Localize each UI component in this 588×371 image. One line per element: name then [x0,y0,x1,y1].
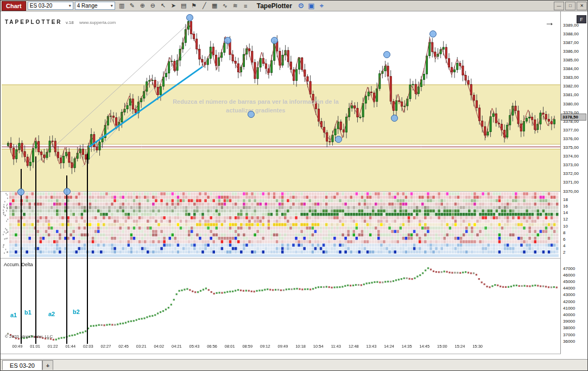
price-axis-label: 3383,00 [563,75,579,80]
swing-marker-circle[interactable] [335,136,342,143]
delta-axis-label: 37000 [563,332,575,337]
close-button[interactable]: ✕ [577,2,587,10]
swing-marker-circle[interactable] [271,37,278,44]
time-axis-label: 01:44 [61,344,80,349]
tape-axis-label: 6 [563,237,565,242]
time-axis-label: 08:59 [238,344,257,349]
price-axis-label: 3384,00 [563,66,579,71]
swing-marker-circle[interactable] [383,51,390,58]
cursor-icon[interactable]: ↖ [158,2,168,10]
time-axis-label: 14:24 [380,344,399,349]
watermark: Reduzca el número de barras para ver la … [82,97,429,115]
time-axis-label: 00:49 [8,344,27,349]
time-axis-label: 04:21 [167,344,186,349]
price-axis-label: 3373,00 [563,162,579,167]
delta-axis-label: 42000 [563,299,575,304]
drawn-vertical-line[interactable] [87,154,88,344]
gear-icon[interactable]: ⚙ [296,2,306,10]
draw-pencil-icon[interactable]: ✎ [127,2,137,10]
snapshot-icon[interactable]: ▤ [179,2,189,10]
zoom-out-icon[interactable]: ⊖ [148,2,158,10]
delta-axis-label: 47000 [563,266,575,271]
swing-marker-circle[interactable] [64,188,71,195]
swing-marker-circle[interactable] [17,188,24,196]
phase-label: b1 [24,309,31,316]
time-axis-label: 03:21 [132,344,150,349]
target-icon[interactable]: ⌖ [317,2,327,10]
delta-axis-label: 40000 [563,312,575,317]
price-axis-label: 3380,00 [563,102,579,106]
zigzag-icon[interactable]: ∿ [220,2,230,10]
tapeplotter-heatmap-canvas[interactable] [2,192,561,257]
price-axis-label: 3377,00 [563,128,579,133]
price-axis-label: 3388,00 [563,32,579,36]
time-axis-label: 15:30 [469,344,487,349]
drawn-vertical-line[interactable] [66,175,67,344]
watermark-line1: Reduzca el número de barras para ver la … [82,97,429,106]
branding-url[interactable]: www.supperia.com [79,20,116,25]
flag-icon[interactable]: ⚑ [189,2,199,10]
swing-marker-circle[interactable] [391,115,398,122]
maximize-button[interactable]: □ [565,2,576,10]
tape-axis-label: 8 [563,230,565,235]
delta-axis-label: 39000 [563,319,575,324]
range-select[interactable]: 4 Range ▾ [75,2,115,10]
watermark-line2: actualizar gradientes [82,106,429,115]
tab-es-03-20[interactable]: ES 03-20 [2,360,42,370]
tapeplotter-icons: ⚙▣⌖ [296,2,327,10]
candles-icon[interactable]: ▦ [210,2,220,10]
delta-axis-label: 36000 [563,339,575,344]
time-axis-label: 10:54 [309,344,327,349]
swing-marker-circle[interactable] [429,30,437,37]
pointer-icon[interactable]: ➤ [168,2,179,10]
tape-axis-label: 10 [563,224,568,229]
app-window: Chart ES 03-20 ▾ 4 Range ▾ ▥✎⊕⊖↖➤▤⚑╱▦∿≋≡… [0,0,588,371]
tape-axis-label: 14 [563,210,568,215]
chevron-down-icon: ▾ [111,3,113,8]
add-tab-button[interactable]: + [42,360,53,370]
tapeplotter-label: TapePlotter [257,2,292,10]
trend-line-icon[interactable]: ╱ [199,2,210,10]
price-axis-label: 3381,00 [563,92,579,97]
panel-divider [1,258,561,259]
tape-axis-label: 16 [563,204,568,209]
instrument-select[interactable]: ES 03-20 ▾ [28,2,73,10]
minimize-button[interactable]: — [554,2,564,10]
price-axis-label: 3371,00 [563,180,579,185]
price-axis-label: 3385,00 [563,58,579,62]
swing-marker-circle[interactable] [186,14,193,21]
time-axis-label: 02:27 [97,344,115,349]
list-icon[interactable]: ≡ [241,2,251,10]
drawn-vertical-line[interactable] [35,156,36,344]
price-axis-label: 3374,00 [563,154,579,159]
scroll-right-arrow-icon[interactable]: → [545,17,554,28]
branding-version: v.18 [66,20,74,25]
chart-button[interactable]: Chart [2,1,26,11]
tape-axis-label: 12 [563,217,568,222]
waves-icon[interactable]: ≋ [230,2,241,10]
price-axis-label: 3379,00 [563,110,579,115]
f-button[interactable]: F [577,15,586,23]
time-axis-label: 05:43 [185,344,204,349]
toolbar: Chart ES 03-20 ▾ 4 Range ▾ ▥✎⊕⊖↖➤▤⚑╱▦∿≋≡… [1,1,588,11]
delta-axis-label: 41000 [563,306,575,311]
swing-marker-circle[interactable] [248,111,255,118]
tape-axis-label: 4 [563,243,565,248]
zoom-in-icon[interactable]: ⊕ [137,2,148,10]
price-axis-label: 3387,00 [563,40,579,45]
branding-title: TAPEPLOTTER [5,19,62,25]
price-axis-label: 3370,00 [563,189,579,194]
phase-label: a1 [10,312,17,318]
accum-delta-canvas[interactable] [2,259,561,342]
price-axis[interactable]: 3378,50 3389,003388,003387,003386,003385… [561,11,588,354]
price-axis-label: 3376,00 [563,136,579,141]
time-axis-label: 01:01 [26,344,45,349]
delta-axis-label: 44000 [563,286,575,291]
price-axis-label: 3386,00 [563,49,579,54]
swing-marker-circle[interactable] [224,37,231,44]
tape-panel-icon[interactable]: ▣ [306,2,317,10]
panel-divider [1,354,561,354]
phase-label: a2 [48,311,55,317]
chart-type-icon[interactable]: ▥ [117,2,127,10]
time-axis-label: 12:48 [344,344,363,349]
